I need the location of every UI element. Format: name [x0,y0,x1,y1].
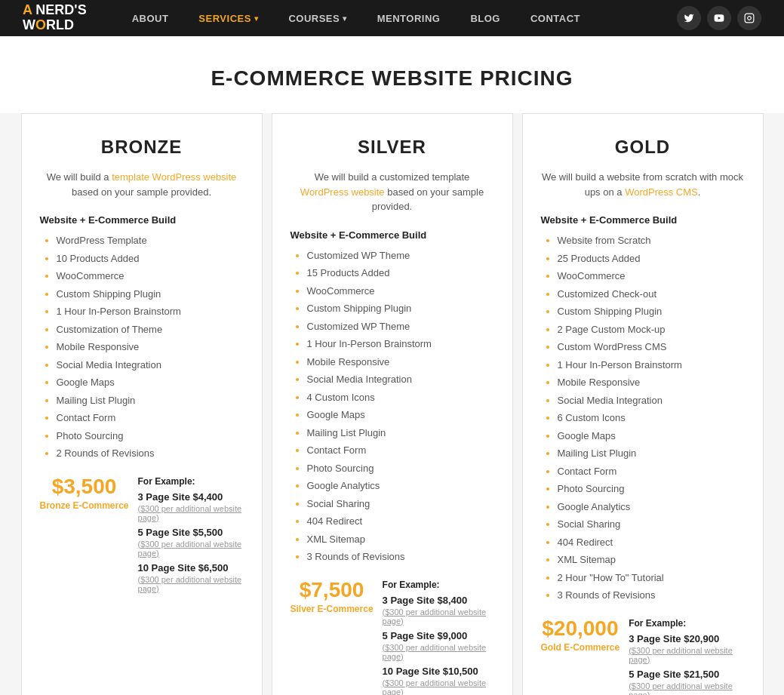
silver-example-2: 5 Page Site $9,000 [383,630,494,641]
list-item: Customized Check-out [558,287,745,302]
gold-desc: We will build a website from scratch wit… [541,170,745,199]
list-item: Social Sharing [558,517,745,532]
list-item: 3 Rounds of Revisions [558,588,745,603]
bronze-price: $3,500 [40,476,129,497]
list-item: 10 Products Added [57,251,244,266]
gold-example-label: For Example: [629,618,744,629]
list-item: Photo Sourcing [57,429,244,444]
gold-price: $20,000 [541,618,620,639]
list-item: WooCommerce [558,269,745,284]
page-title: E-COMMERCE WEBSITE PRICING [15,66,769,91]
nav-contact[interactable]: CONTACT [515,0,595,36]
silver-example-2-sub: ($300 per additional website page) [383,643,494,661]
list-item: Social Sharing [307,497,494,512]
silver-price: $7,500 [291,580,374,601]
bronze-example-2-sub: ($300 per additional website page) [138,540,244,558]
gold-card: GOLD We will build a website from scratc… [522,113,764,695]
gold-example-2: 5 Page Site $21,500 [629,669,744,680]
list-item: 3 Rounds of Revisions [307,549,494,564]
bronze-examples: For Example: 3 Page Site $4,400 ($300 pe… [138,476,244,598]
list-item: Google Maps [57,375,244,390]
bronze-example-3-sub: ($300 per additional website page) [138,575,244,593]
bronze-example-label: For Example: [138,476,244,487]
silver-feature-list: Customized WP Theme 15 Products Added Wo… [291,248,494,564]
list-item: Contact Form [57,411,244,426]
list-item: 15 Products Added [307,266,494,281]
silver-example-3: 10 Page Site $10,500 [383,666,494,677]
twitter-icon[interactable] [677,6,701,30]
silver-pricing-bottom: $7,500 Silver E-Commerce For Example: 3 … [291,580,494,696]
list-item: 25 Products Added [558,251,745,266]
gold-feature-list: Website from Scratch 25 Products Added W… [541,233,745,603]
list-item: Custom Shipping Plugin [57,287,244,302]
silver-example-label: For Example: [383,580,494,590]
list-item: Google Analytics [307,478,494,494]
list-item: XML Sitemap [558,552,745,567]
list-item: Mobile Responsive [57,340,244,355]
list-item: Social Media Integration [57,358,244,373]
list-item: Mailing List Plugin [307,426,494,441]
nav-services[interactable]: SERVICES ▾ [183,0,273,36]
bronze-example-2: 5 Page Site $5,500 [138,527,244,538]
bronze-pricing-bottom: $3,500 Bronze E-Commerce For Example: 3 … [40,476,244,598]
nav-about[interactable]: ABOUT [117,0,184,36]
list-item: Customized WP Theme [307,248,494,263]
list-item: Mobile Responsive [307,355,494,370]
list-item: Mailing List Plugin [57,393,244,408]
nav-links: ABOUT SERVICES ▾ COURSES ▾ MENTORING BLO… [117,0,677,36]
list-item: Photo Sourcing [558,481,745,497]
gold-price-label: Gold E-Commerce [541,642,620,653]
list-item: Social Media Integration [307,372,494,387]
list-item: XML Sitemap [307,532,494,547]
svg-rect-1 [745,14,754,23]
list-item: Google Maps [558,429,745,444]
gold-price-block: $20,000 Gold E-Commerce [541,618,620,696]
gold-pricing-bottom: $20,000 Gold E-Commerce For Example: 3 P… [541,618,745,696]
list-item: Photo Sourcing [307,461,494,476]
list-item: Mobile Responsive [558,375,745,390]
list-item: Mailing List Plugin [558,446,745,461]
list-item: WordPress Template [57,233,244,248]
logo-highlight: A [23,2,32,17]
youtube-icon[interactable] [707,6,731,30]
list-item: Contact Form [558,464,745,479]
bronze-example-1: 3 Page Site $4,400 [138,491,244,503]
navbar: A NERD'SWORLD ABOUT SERVICES ▾ COURSES ▾… [0,0,784,36]
list-item: 404 Redirect [558,535,745,550]
gold-example-1-sub: ($300 per additional website page) [629,646,744,664]
list-item: 1 Hour In-Person Brainstorm [558,358,745,373]
list-item: 1 Hour In-Person Brainstorm [57,304,244,319]
bronze-price-block: $3,500 Bronze E-Commerce [40,476,129,598]
pricing-grid: BRONZE We will build a template WordPres… [0,113,784,695]
silver-example-3-sub: ($300 per additional website page) [383,678,494,696]
list-item: Google Maps [307,407,494,423]
bronze-card: BRONZE We will build a template WordPres… [21,113,263,695]
list-item: Contact Form [307,443,494,458]
services-arrow: ▾ [254,14,259,23]
list-item: Customized WP Theme [307,319,494,334]
logo-highlight2: O [35,17,46,32]
list-item: WooCommerce [57,269,244,284]
bronze-desc: We will build a template WordPress websi… [40,170,244,199]
social-icons [677,6,761,30]
instagram-icon[interactable] [737,6,761,30]
nav-blog[interactable]: BLOG [455,0,515,36]
bronze-title: BRONZE [40,137,244,158]
silver-desc-link[interactable]: WordPress website [300,186,385,198]
site-logo[interactable]: A NERD'SWORLD [23,3,87,33]
list-item: Custom WordPress CMS [558,340,745,355]
silver-card: SILVER We will build a customized templa… [272,113,513,695]
bronze-feature-list: WordPress Template 10 Products Added Woo… [40,233,244,461]
gold-desc-link[interactable]: WordPress CMS [625,186,698,198]
nav-mentoring[interactable]: MENTORING [362,0,456,36]
nav-courses[interactable]: COURSES ▾ [273,0,361,36]
gold-section-label: Website + E-Commerce Build [541,214,745,226]
gold-examples: For Example: 3 Page Site $20,900 ($300 p… [629,618,744,696]
gold-example-2-sub: ($300 per additional website page) [629,681,744,696]
bronze-example-3: 10 Page Site $6,500 [138,562,244,574]
silver-title: SILVER [291,137,494,158]
list-item: 4 Custom Icons [307,390,494,405]
silver-section-label: Website + E-Commerce Build [291,229,494,241]
silver-examples: For Example: 3 Page Site $8,400 ($300 pe… [383,580,494,696]
bronze-desc-link[interactable]: template WordPress website [112,171,236,183]
